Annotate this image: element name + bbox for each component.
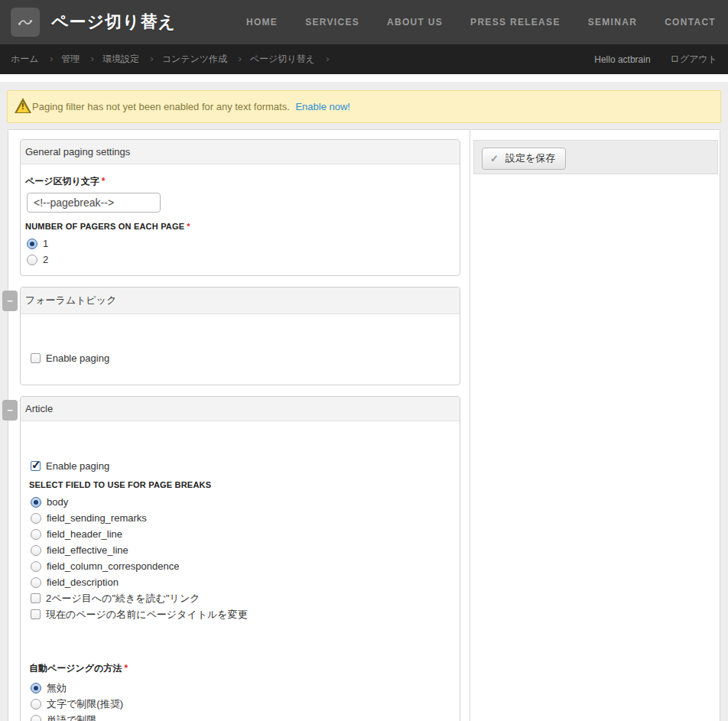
nav-item[interactable]: HOME xyxy=(246,17,278,28)
forum-topic-body: Enable paging xyxy=(21,314,460,385)
chevron-right-icon: › xyxy=(91,53,94,64)
collapse-toggle[interactable]: − xyxy=(2,400,18,421)
required-mark: * xyxy=(102,176,106,187)
radio-icon[interactable] xyxy=(31,497,41,508)
radio-option[interactable]: field_description xyxy=(29,574,452,590)
breadcrumb-link[interactable]: コンテンツ作成 xyxy=(162,54,227,64)
warning-text: Paging filter has not yet been enabled f… xyxy=(32,101,290,112)
radio-option[interactable]: 1 xyxy=(25,235,452,252)
required-mark: * xyxy=(187,222,190,231)
checkbox-icon[interactable] xyxy=(31,609,41,619)
nav-item[interactable]: CONTACT xyxy=(665,17,716,28)
radio-option[interactable]: field_header_line xyxy=(29,526,452,542)
radio-icon[interactable] xyxy=(31,529,41,540)
header-content-gap xyxy=(0,74,728,82)
radio-icon[interactable] xyxy=(27,239,37,249)
radio-icon[interactable] xyxy=(31,715,41,721)
breadcrumb-bar: ホーム › 管理 › 環境設定 › コンテンツ作成 › ページ切り替え › xyxy=(0,44,728,74)
article-extra-checkboxes: 2ページ目への"続きを読む"リンク 現在のページの名前にページタイトルを変更 xyxy=(29,590,452,622)
radio-icon[interactable] xyxy=(27,255,37,265)
forum-topic-panel: − フォーラムトピック Enable paging xyxy=(20,287,460,385)
general-settings-panel: General paging settings ページ区切り文字* NUMBER… xyxy=(20,139,460,276)
sidebar-actions-bar: ✓ 設定を保存 xyxy=(473,140,718,174)
checkbox-option[interactable]: 2ページ目への"続きを読む"リンク xyxy=(29,590,452,606)
breadcrumb-link[interactable]: 管理 xyxy=(61,54,80,64)
radio-icon[interactable] xyxy=(31,577,41,588)
checkbox-icon[interactable] xyxy=(31,353,41,363)
article-panel: − Article Enable paging SELECT FIELD TO … xyxy=(20,396,460,721)
pagebreak-icon xyxy=(11,8,40,37)
radio-icon[interactable] xyxy=(31,545,41,556)
nav-item[interactable]: ABOUT US xyxy=(387,17,443,28)
check-icon: ✓ xyxy=(490,153,499,164)
radio-icon[interactable] xyxy=(31,699,41,710)
chevron-right-icon: › xyxy=(50,53,53,64)
required-mark: * xyxy=(124,663,128,674)
page-separator-input[interactable] xyxy=(27,193,161,213)
save-button-label: 設定を保存 xyxy=(505,151,555,165)
checkbox-icon[interactable] xyxy=(31,593,41,603)
panel-header: フォーラムトピック xyxy=(21,287,460,314)
article-enable-group: Enable paging xyxy=(29,458,452,474)
breadcrumb-link[interactable]: 環境設定 xyxy=(102,54,139,64)
nav-item[interactable]: PRESS RELEASE xyxy=(470,17,561,28)
chevron-right-icon: › xyxy=(326,53,329,64)
chevron-right-icon: › xyxy=(150,53,153,64)
auto-paging-radio-group: 無効 文字で制限(推奨) 単語で制限 xyxy=(29,680,452,721)
enable-now-link[interactable]: Enable now! xyxy=(295,101,350,112)
radio-option[interactable]: 文字で制限(推奨) xyxy=(29,696,452,712)
warning-message: ! Paging filter has not yet been enabled… xyxy=(7,90,721,123)
settings-form: General paging settings ページ区切り文字* NUMBER… xyxy=(8,130,470,721)
radio-icon[interactable] xyxy=(31,513,41,524)
warning-triangle-icon: ! xyxy=(15,98,33,115)
checkbox-icon[interactable] xyxy=(31,461,41,471)
panel-header: General paging settings xyxy=(21,140,460,164)
radio-option[interactable]: 単語で制限 xyxy=(29,712,452,721)
pagers-radio-group: 1 2 xyxy=(25,235,452,268)
page-title: ページ切り替え xyxy=(51,11,176,34)
radio-option[interactable]: body xyxy=(29,494,452,510)
actions-sidebar: ✓ 設定を保存 xyxy=(470,130,720,721)
site-header: ページ切り替え HOME SERVICES ABOUT US PRESS REL… xyxy=(0,0,728,44)
breadcrumb-link[interactable]: ホーム xyxy=(11,54,39,64)
checkbox-option[interactable]: 現在のページの名前にページタイトルを変更 xyxy=(29,606,452,622)
nav-item[interactable]: SEMINAR xyxy=(588,17,637,28)
chevron-right-icon: › xyxy=(238,53,241,64)
page-wrapper: General paging settings ページ区切り文字* NUMBER… xyxy=(8,129,720,721)
field-radio-group: body field_sending_remarks field_header_… xyxy=(29,494,452,590)
auto-paging-label: 自動ページングの方法* xyxy=(29,662,452,675)
nav-item[interactable]: SERVICES xyxy=(305,17,359,28)
checkbox-option[interactable]: Enable paging xyxy=(29,458,452,474)
radio-option[interactable]: field_sending_remarks xyxy=(29,510,452,526)
save-settings-button[interactable]: ✓ 設定を保存 xyxy=(482,148,566,170)
panel-header: Article xyxy=(21,397,460,421)
content-area: ! Paging filter has not yet been enabled… xyxy=(0,82,728,721)
checkbox-option[interactable]: Enable paging xyxy=(29,350,452,366)
main-nav: HOME SERVICES ABOUT US PRESS RELEASE SEM… xyxy=(246,17,720,28)
radio-option[interactable]: 2 xyxy=(25,252,452,268)
collapse-toggle[interactable]: − xyxy=(2,291,18,311)
logout-link[interactable]: ログアウト xyxy=(671,53,717,66)
pagers-count-label: NUMBER OF PAGERS ON EACH PAGE* xyxy=(25,222,452,231)
radio-option[interactable]: field_column_correspondence xyxy=(29,558,452,574)
breadcrumb: ホーム › 管理 › 環境設定 › コンテンツ作成 › ページ切り替え › xyxy=(11,53,338,66)
user-greeting: Hello actbrain xyxy=(594,54,650,65)
field-select-label: SELECT FIELD TO USE FOR PAGE BREAKS xyxy=(29,480,452,489)
radio-option[interactable]: 無効 xyxy=(29,680,452,696)
radio-option[interactable]: field_effective_line xyxy=(29,542,452,558)
radio-icon[interactable] xyxy=(31,683,41,693)
radio-icon[interactable] xyxy=(31,561,41,572)
breadcrumb-link[interactable]: ページ切り替え xyxy=(250,54,315,64)
separator-label: ページ区切り文字* xyxy=(25,175,452,188)
